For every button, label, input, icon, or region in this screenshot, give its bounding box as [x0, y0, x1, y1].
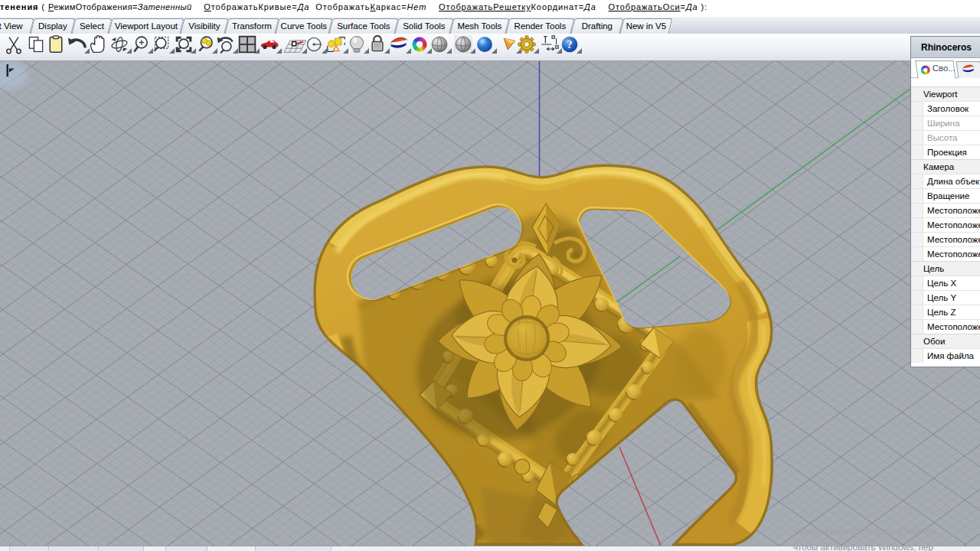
svg-text:Параметры активации Windows: Параметры активации Windows [795, 526, 936, 536]
svg-text:?: ? [567, 38, 572, 51]
